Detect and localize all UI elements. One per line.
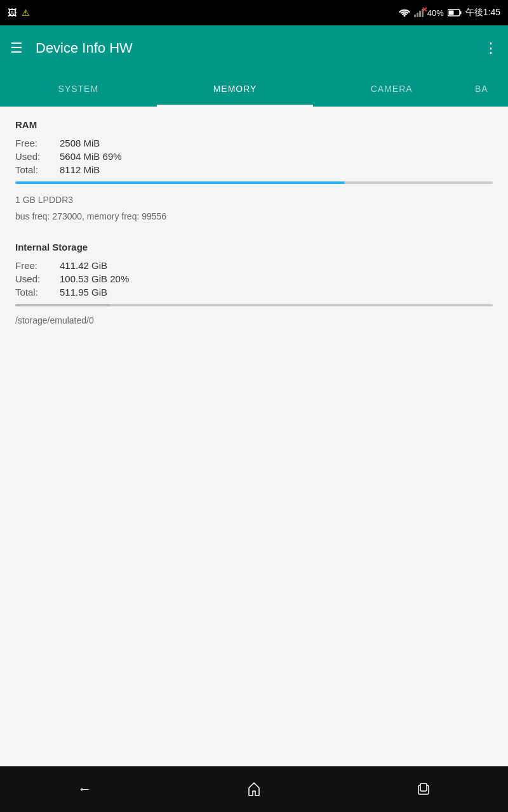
tab-system[interactable]: SYSTEM [0,71,157,107]
ram-progress-bar [15,181,493,184]
ram-detail-1: 1 GB LPDDR3 [15,193,493,207]
ram-used-value: 5604 MiB 69% [60,151,122,162]
storage-total-label: Total: [15,287,60,298]
ram-title: RAM [15,119,493,130]
battery-percentage: 40% [427,8,444,18]
ram-total-value: 8112 MiB [60,164,100,175]
ram-used-row: Used: 5604 MiB 69% [15,151,493,162]
content-area: RAM Free: 2508 MiB Used: 5604 MiB 69% To… [0,107,508,766]
ram-progress-fill [15,181,345,184]
alert-icon: ⚠ [22,8,30,18]
nav-bar: ← [0,766,508,812]
ram-free-row: Free: 2508 MiB [15,138,493,148]
overflow-menu-icon[interactable]: ⋮ [484,40,498,56]
recents-icon [417,783,431,796]
back-button[interactable]: ← [65,776,104,802]
wifi-icon [399,8,410,17]
status-bar: 🖼 ⚠ ✕ 40% 午後1:45 [0,0,508,25]
home-icon [246,782,262,797]
storage-used-row: Used: 100.53 GiB 20% [15,273,493,284]
svg-rect-1 [460,11,461,15]
svg-rect-2 [448,11,453,15]
svg-rect-4 [420,783,427,791]
storage-total-value: 511.95 GiB [60,287,107,298]
signal-icon: ✕ [414,8,424,17]
ram-section: RAM Free: 2508 MiB Used: 5604 MiB 69% To… [15,119,493,224]
tab-bar: SYSTEM MEMORY CAMERA BA [0,71,508,107]
storage-free-value: 411.42 GiB [60,260,107,271]
storage-path: /storage/emulated/0 [15,315,493,325]
ram-free-value: 2508 MiB [60,138,100,148]
storage-total-row: Total: 511.95 GiB [15,287,493,298]
storage-used-label: Used: [15,273,60,284]
tab-ba[interactable]: BA [470,71,508,107]
ram-free-label: Free: [15,138,60,148]
app-bar: ☰ Device Info HW ⋮ [0,25,508,71]
tab-camera[interactable]: CAMERA [313,71,470,107]
app-title: Device Info HW [36,40,484,56]
storage-progress-fill [15,304,110,306]
recents-button[interactable] [404,776,443,802]
status-bar-left: 🖼 ⚠ [8,8,30,18]
back-icon: ← [77,781,91,797]
storage-used-value: 100.53 GiB 20% [60,273,129,284]
battery-icon [448,9,462,16]
status-bar-right: ✕ 40% 午後1:45 [399,7,500,18]
hamburger-icon[interactable]: ☰ [10,41,23,55]
ram-total-label: Total: [15,164,60,175]
home-button[interactable] [235,776,273,802]
tab-memory[interactable]: MEMORY [157,71,314,107]
storage-free-label: Free: [15,260,60,271]
ram-used-label: Used: [15,151,60,162]
photo-icon: 🖼 [8,8,17,18]
ram-total-row: Total: 8112 MiB [15,164,493,175]
storage-progress-bar [15,304,493,306]
ram-detail-2: bus freq: 273000, memory freq: 99556 [15,209,493,223]
status-time: 午後1:45 [465,7,500,18]
storage-free-row: Free: 411.42 GiB [15,260,493,271]
storage-section: Internal Storage Free: 411.42 GiB Used: … [15,242,493,325]
storage-title: Internal Storage [15,242,493,252]
